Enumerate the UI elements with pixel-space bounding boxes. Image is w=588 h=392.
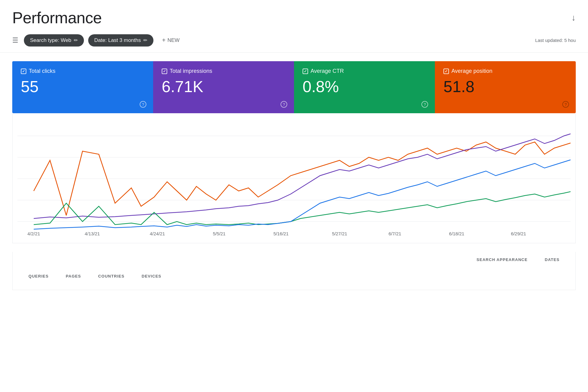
tab-dates[interactable]: DATES — [536, 252, 568, 268]
clicks-help-icon[interactable]: ? — [140, 101, 146, 108]
ctr-label: Average CTR — [311, 68, 344, 74]
ctr-value: 0.8% — [303, 79, 426, 95]
position-help-icon[interactable]: ? — [562, 101, 569, 108]
metric-header-clicks: Total clicks — [21, 68, 145, 74]
position-label: Average position — [451, 68, 492, 74]
bottom-tabs-row2: QUERIES PAGES COUNTRIES DEVICES — [13, 268, 575, 290]
metric-header-ctr: Average CTR — [303, 68, 426, 74]
position-checkbox[interactable] — [443, 69, 449, 74]
metric-card-clicks[interactable]: Total clicks 55 ? — [12, 61, 153, 113]
header: Performance ↓ — [0, 0, 588, 27]
page-title: Performance — [12, 9, 102, 27]
ctr-checkbox[interactable] — [303, 69, 308, 74]
impressions-value: 6.71K — [162, 79, 285, 95]
bottom-tabs: SEARCH APPEARANCE DATES — [13, 252, 575, 268]
position-value: 51.8 — [443, 79, 567, 95]
new-button[interactable]: + NEW — [158, 34, 184, 47]
date-label: Date: Last 3 months — [94, 37, 141, 43]
edit-icon: ✏ — [74, 37, 78, 43]
metric-card-impressions[interactable]: Total impressions 6.71K ? — [153, 61, 294, 113]
svg-text:5/16/21: 5/16/21 — [273, 231, 289, 236]
svg-text:4/24/21: 4/24/21 — [150, 231, 165, 236]
toolbar: ☰ Search type: Web ✏ Date: Last 3 months… — [0, 27, 588, 53]
metric-header-position: Average position — [443, 68, 567, 74]
edit-icon-date: ✏ — [143, 37, 147, 43]
tab-devices[interactable]: DEVICES — [133, 268, 170, 285]
last-updated-text: Last updated: 5 hou — [535, 38, 576, 43]
svg-text:6/7/21: 6/7/21 — [389, 231, 401, 236]
svg-text:4/13/21: 4/13/21 — [85, 231, 100, 236]
svg-text:6/18/21: 6/18/21 — [449, 231, 464, 236]
metric-card-ctr[interactable]: Average CTR 0.8% ? — [294, 61, 435, 113]
metric-card-position[interactable]: Average position 51.8 ? — [435, 61, 576, 113]
date-chip[interactable]: Date: Last 3 months ✏ — [88, 34, 153, 47]
clicks-label: Total clicks — [29, 68, 55, 74]
chart-container: 4/2/21 4/13/21 4/24/21 5/5/21 5/16/21 5/… — [12, 113, 576, 243]
page-wrapper: Performance ↓ ☰ Search type: Web ✏ Date:… — [0, 0, 588, 392]
tab-search-appearance[interactable]: SEARCH APPEARANCE — [468, 252, 536, 268]
tab-queries[interactable]: QUERIES — [20, 268, 57, 285]
filter-icon[interactable]: ☰ — [12, 36, 18, 44]
impressions-help-icon[interactable]: ? — [281, 101, 287, 108]
clicks-value: 55 — [21, 79, 145, 95]
impressions-label: Total impressions — [170, 68, 212, 74]
performance-chart: 4/2/21 4/13/21 4/24/21 5/5/21 5/16/21 5/… — [17, 121, 571, 237]
plus-icon: + — [162, 37, 166, 44]
svg-text:6/29/21: 6/29/21 — [511, 231, 526, 236]
impressions-checkbox[interactable] — [162, 69, 167, 74]
download-icon[interactable]: ↓ — [571, 13, 576, 23]
header-right: ↓ — [571, 13, 576, 23]
clicks-checkbox[interactable] — [21, 69, 26, 74]
metric-header-impressions: Total impressions — [162, 68, 285, 74]
search-type-label: Search type: Web — [30, 37, 71, 43]
tab-countries[interactable]: COUNTRIES — [90, 268, 133, 285]
svg-text:5/27/21: 5/27/21 — [332, 231, 347, 236]
metrics-container: Total clicks 55 ? Total impressions 6.71… — [12, 61, 576, 113]
svg-text:5/5/21: 5/5/21 — [213, 231, 225, 236]
svg-text:4/2/21: 4/2/21 — [27, 231, 40, 236]
search-type-chip[interactable]: Search type: Web ✏ — [24, 34, 84, 47]
bottom-tabs-container: SEARCH APPEARANCE DATES QUERIES PAGES CO… — [12, 252, 576, 290]
tab-pages[interactable]: PAGES — [57, 268, 90, 285]
ctr-help-icon[interactable]: ? — [421, 101, 428, 108]
